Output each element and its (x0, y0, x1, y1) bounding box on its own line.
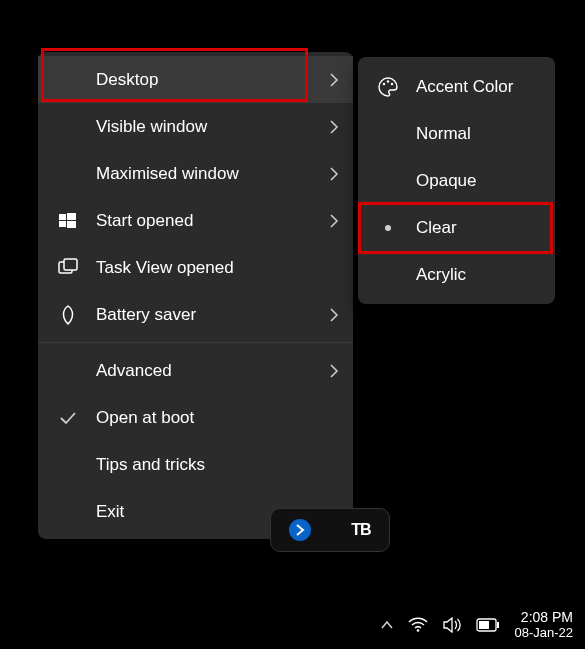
menu-item-label: Tips and tricks (82, 455, 339, 475)
taskbar-clock[interactable]: 2:08 PM 08-Jan-22 (514, 609, 573, 640)
svg-point-7 (387, 80, 389, 82)
palette-icon (374, 76, 402, 98)
svg-rect-12 (479, 621, 489, 629)
battery-icon[interactable] (476, 618, 500, 632)
submenu-header: Accent Color (358, 63, 555, 110)
menu-item-label: Normal (402, 124, 541, 144)
svg-rect-5 (64, 259, 77, 270)
svg-rect-1 (67, 213, 76, 220)
clock-date: 08-Jan-22 (514, 626, 573, 641)
leaf-icon (54, 304, 82, 326)
chevron-right-icon (329, 167, 339, 181)
taskbar-pinned-area: TB (270, 508, 390, 552)
menu-item-label: Start opened (82, 211, 329, 231)
chevron-right-icon (329, 120, 339, 134)
submenu-item-opaque[interactable]: Opaque (358, 157, 555, 204)
context-menu-main: Desktop Visible window Maximised window … (38, 52, 353, 539)
menu-item-start-opened[interactable]: Start opened (38, 197, 353, 244)
menu-item-open-at-boot[interactable]: Open at boot (38, 394, 353, 441)
context-menu-accent-color: Accent Color Normal Opaque Clear Acrylic (358, 57, 555, 304)
svg-point-9 (417, 629, 420, 632)
menu-item-label: Visible window (82, 117, 329, 137)
submenu-item-normal[interactable]: Normal (358, 110, 555, 157)
submenu-title-label: Accent Color (402, 77, 541, 97)
check-icon (54, 411, 82, 425)
menu-item-tips-and-tricks[interactable]: Tips and tricks (38, 441, 353, 488)
svg-rect-2 (59, 221, 66, 227)
menu-item-label: Clear (402, 218, 541, 238)
volume-icon[interactable] (442, 617, 462, 633)
svg-rect-11 (497, 622, 499, 628)
svg-point-8 (391, 82, 393, 84)
menu-item-label: Open at boot (82, 408, 339, 428)
tray-overflow-chevron-icon[interactable] (380, 620, 394, 630)
menu-separator (38, 342, 353, 343)
submenu-item-acrylic[interactable]: Acrylic (358, 251, 555, 298)
menu-item-label: Desktop (82, 70, 329, 90)
selected-dot-icon (374, 225, 402, 231)
taskbar: 2:08 PM 08-Jan-22 (0, 601, 585, 649)
submenu-item-clear[interactable]: Clear (358, 204, 555, 251)
menu-item-label: Task View opened (82, 258, 339, 278)
chevron-right-icon (329, 308, 339, 322)
menu-item-desktop[interactable]: Desktop (38, 56, 353, 103)
svg-point-6 (383, 82, 385, 84)
wifi-icon[interactable] (408, 617, 428, 633)
chevron-right-icon (329, 214, 339, 228)
svg-rect-0 (59, 214, 66, 220)
chevron-right-icon (329, 364, 339, 378)
menu-item-label: Advanced (82, 361, 329, 381)
windows-start-icon (54, 211, 82, 231)
menu-item-visible-window[interactable]: Visible window (38, 103, 353, 150)
tray-tb-icon[interactable]: TB (351, 521, 370, 539)
clock-time: 2:08 PM (514, 609, 573, 625)
menu-item-label: Opaque (402, 171, 541, 191)
menu-item-label: Battery saver (82, 305, 329, 325)
svg-rect-3 (67, 221, 76, 228)
task-view-icon (54, 258, 82, 278)
chevron-right-icon (329, 73, 339, 87)
menu-item-label: Acrylic (402, 265, 541, 285)
tray-app-icon[interactable] (289, 519, 311, 541)
menu-item-advanced[interactable]: Advanced (38, 347, 353, 394)
menu-item-maximised-window[interactable]: Maximised window (38, 150, 353, 197)
menu-item-battery-saver[interactable]: Battery saver (38, 291, 353, 338)
menu-item-task-view-opened[interactable]: Task View opened (38, 244, 353, 291)
menu-item-label: Maximised window (82, 164, 329, 184)
